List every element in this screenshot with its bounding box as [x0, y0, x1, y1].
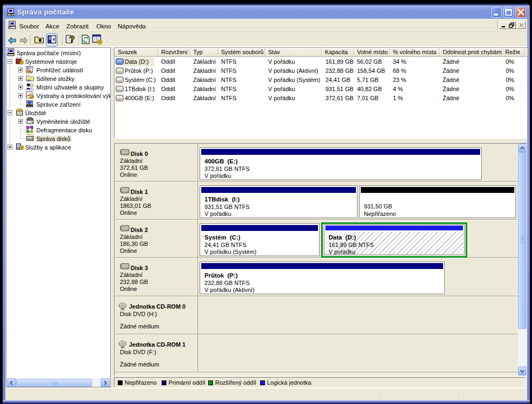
svg-text:?: ? [70, 34, 75, 44]
